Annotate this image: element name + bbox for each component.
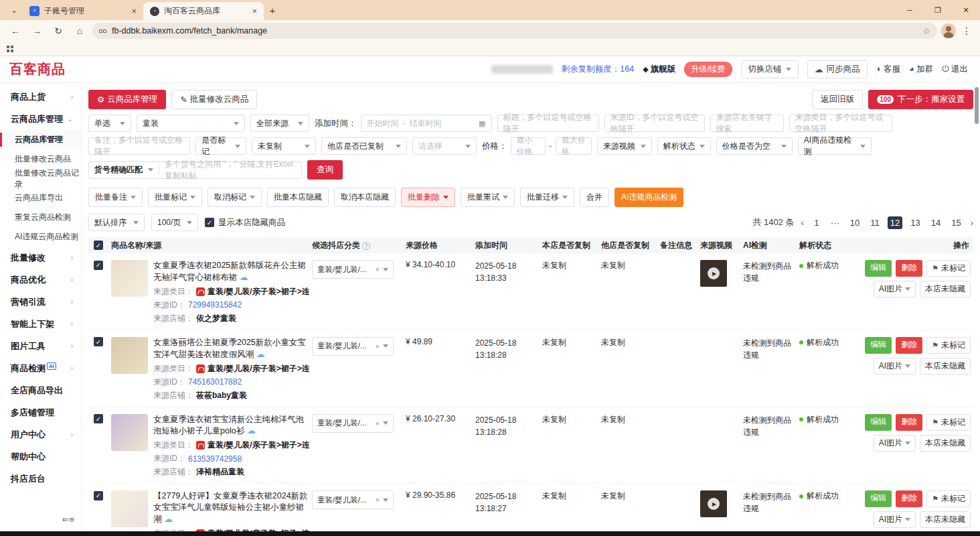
source-id-link[interactable]: 745163017882 [188,377,242,387]
sync-products-button[interactable]: ☁同步商品 [807,60,868,78]
join-group-link[interactable]: ◕ 加群 [909,64,933,75]
product-thumbnail[interactable] [111,490,148,527]
category-chip-select[interactable]: 童装/婴儿装/...× [312,490,394,509]
filter-input[interactable]: 来源类目，多个以逗号或空格隔开 [789,115,892,132]
page-button-13[interactable]: 13 [908,216,922,229]
url-text[interactable]: fb-ddbk.baikexm.com/fetch_bank/manage [112,26,917,36]
date-range-input[interactable]: 开始时间-结束时间▦ [361,115,492,132]
filter-input[interactable]: 来源ID，多个以逗号或空格隔开 [604,115,705,132]
batch-button-批量备注[interactable]: 批量备注 [88,188,143,207]
sidebar-item-4[interactable]: 营销引流› [0,291,81,313]
ai-image-dropdown[interactable]: AI图片 [874,358,916,375]
shop-hidden-button[interactable]: 本店未隐藏 [920,511,971,528]
switch-shop-dropdown[interactable]: 切换店铺 [741,60,799,78]
batch-button-合并[interactable]: 合并 [580,188,609,207]
video-thumbnail[interactable]: ▶ [700,260,727,287]
mark-button[interactable]: ⚑未标记 [926,260,971,277]
edit-button[interactable]: 编辑 [865,260,892,277]
row-checkbox[interactable]: ✓ [94,337,103,346]
batch-button-AI违规商品检测[interactable]: AI违规商品检测 [615,188,683,207]
shop-hidden-button[interactable]: 本店未隐藏 [920,358,971,375]
customer-service-link[interactable]: ◖ 客服 [876,64,900,75]
new-tab-button[interactable]: + [264,1,281,19]
prev-page-button[interactable]: ‹ [801,218,803,228]
remove-icon[interactable]: × [376,419,380,427]
profile-avatar[interactable] [941,23,956,38]
tab-batch-edit[interactable]: ✎批量修改云商品 [171,90,257,109]
min-price-input[interactable]: 最小价格 [511,137,546,155]
shop-hidden-button[interactable]: 本店未隐藏 [920,435,971,452]
sidebar-item-12[interactable]: 抖店后台 [0,468,81,490]
url-bar[interactable]: fb-ddbk.baikexm.com/fetch_bank/manage ☆ [92,23,937,39]
site-info-icon[interactable] [99,29,106,33]
forward-icon[interactable]: → [28,22,46,40]
edit-button[interactable]: 编辑 [865,337,892,354]
sidebar-item-6[interactable]: 图片工具› [0,335,81,357]
site-logo[interactable]: 百客商品 [9,60,66,78]
video-thumbnail[interactable]: ▶ [700,490,727,517]
sidebar-subitem-1-0[interactable]: 云商品库管理 [0,130,81,149]
remove-icon[interactable]: × [376,342,380,350]
close-button[interactable]: ✕ [952,0,980,20]
sidebar-item-5[interactable]: 智能上下架› [0,313,81,335]
delete-button[interactable]: 删除 [896,414,922,431]
filter-select-童装[interactable]: 童装 [137,115,245,132]
batch-button-批量删除[interactable]: 批量删除 [401,188,455,207]
sidebar-item-2[interactable]: 批量修改› [0,247,81,269]
sku-input[interactable]: 多个货号之间用 "，" 分隔,支持Excel复制粘贴 [159,162,301,178]
source-id-link[interactable]: 613539742958 [188,454,242,464]
shop-hidden-button[interactable]: 本店未隐藏 [920,281,971,297]
sidebar-subitem-1-2[interactable]: 批量修改云商品记录 [0,169,81,188]
row-checkbox[interactable]: ✓ [94,414,103,423]
show-hidden-checkbox[interactable]: ✓ 显示本店隐藏商品 [205,217,285,228]
filter-select-是否标记[interactable]: 是否标记 [195,137,246,155]
filter-input[interactable]: 备注，多个以逗号或空格隔开 [88,137,190,155]
filter-select-价格是否为空[interactable]: 价格是否为空 [716,137,793,155]
sidebar-subitem-1-5[interactable]: AI违规云商品检测 [0,227,81,247]
logout-link[interactable]: ⏻ 退出 [942,64,968,75]
page-button-11[interactable]: 11 [868,216,882,229]
max-price-input[interactable]: 最大价格 [556,137,592,155]
next-page-button[interactable]: › [971,218,973,228]
filter-select-来源视频[interactable]: 来源视频 [597,137,652,155]
batch-button-批量重试[interactable]: 批量重试 [461,188,515,207]
remove-icon[interactable]: × [376,496,380,504]
page-button-15[interactable]: 15 [949,216,963,229]
filter-select-请选择[interactable]: 请选择 [412,137,477,155]
filter-input[interactable]: 来源店名关键字搜索 [710,115,784,132]
home-icon[interactable]: ⌂ [71,22,88,40]
sidebar-item-0[interactable]: 商品上货› [0,86,81,108]
sort-select[interactable]: 默认排序 [88,214,145,231]
help-icon[interactable]: ? [362,242,370,250]
delete-button[interactable]: 删除 [896,260,922,277]
filter-select-单选[interactable]: 单选 [88,115,131,132]
delete-button[interactable]: 删除 [896,490,922,507]
page-button-12[interactable]: 12 [888,216,902,229]
batch-button-批量本店隐藏[interactable]: 批量本店隐藏 [267,188,329,207]
delete-button[interactable]: 删除 [896,337,922,354]
category-chip-select[interactable]: 童装/婴儿装/...× [312,414,394,433]
mark-button[interactable]: ⚑未标记 [926,490,971,507]
ai-image-dropdown[interactable]: AI图片 [874,281,916,297]
maximize-button[interactable]: ❐ [924,0,952,20]
page-button-14[interactable]: 14 [928,216,943,229]
sidebar-item-11[interactable]: 帮助中心 [0,446,81,468]
next-step-button[interactable]: 100下一步：搬家设置 [868,90,973,109]
filter-select-全部来源[interactable]: 全部来源 [250,115,309,132]
sku-match-select[interactable]: 货号精确匹配 [89,162,159,178]
batch-button-取消标记[interactable]: 取消标记 [208,188,262,207]
collapse-sidebar-icon[interactable]: ⇐≡ [62,515,74,525]
mark-button[interactable]: ⚑未标记 [926,337,971,354]
back-to-old-button[interactable]: 返回旧版 [812,90,863,109]
reload-icon[interactable]: ↻ [50,22,67,40]
batch-button-批量标记[interactable]: 批量标记 [148,188,202,207]
sidebar-subitem-1-1[interactable]: 批量修改云商品 [0,149,81,169]
batch-button-取消本店隐藏[interactable]: 取消本店隐藏 [334,188,396,207]
select-all-checkbox[interactable]: ✓ [94,241,103,250]
ai-image-dropdown[interactable]: AI图片 [874,435,916,452]
minimize-button[interactable]: ─ [896,0,924,20]
sidebar-item-8[interactable]: 全店商品导出 [0,379,81,401]
source-id-link[interactable]: 729949315842 [188,300,242,310]
product-thumbnail[interactable] [111,260,148,297]
tab-cloud-library[interactable]: ◔ 淘百客云商品库 × [143,2,264,20]
